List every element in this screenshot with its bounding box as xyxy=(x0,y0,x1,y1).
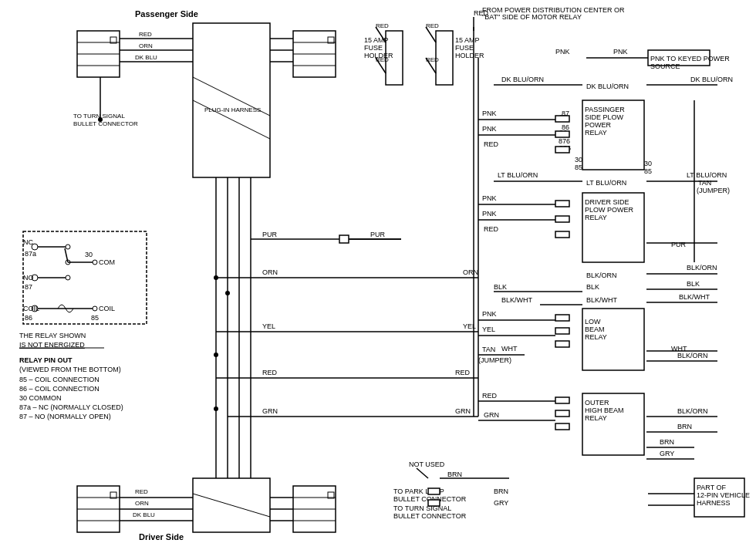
svg-text:RELAY: RELAY xyxy=(585,129,607,137)
svg-rect-252 xyxy=(555,423,569,430)
svg-text:RED: RED xyxy=(262,369,278,376)
svg-text:PNK: PNK xyxy=(482,110,497,117)
svg-text:THE RELAY SHOWN: THE RELAY SHOWN xyxy=(19,332,86,339)
svg-text:PNK: PNK xyxy=(613,48,628,56)
svg-text:87: 87 xyxy=(562,110,569,117)
svg-text:PNK: PNK xyxy=(482,210,497,218)
svg-text:BLK/WHT: BLK/WHT xyxy=(679,293,710,301)
svg-text:PUR: PUR xyxy=(370,231,386,238)
svg-text:30: 30 xyxy=(644,160,652,167)
svg-text:BLK/ORN: BLK/ORN xyxy=(586,272,617,279)
svg-text:PLOW POWER: PLOW POWER xyxy=(585,206,634,214)
svg-text:85: 85 xyxy=(575,164,582,171)
svg-rect-243 xyxy=(555,147,569,153)
svg-rect-248 xyxy=(555,328,569,334)
svg-text:PLUG-IN HARNESS: PLUG-IN HARNESS xyxy=(204,106,261,113)
svg-rect-242 xyxy=(555,131,569,137)
svg-text:PNK: PNK xyxy=(482,194,497,202)
svg-text:RED: RED xyxy=(426,56,439,63)
svg-text:GRY: GRY xyxy=(660,450,674,457)
svg-text:PNK: PNK xyxy=(482,310,497,318)
svg-text:FUSE: FUSE xyxy=(364,44,383,52)
svg-text:DK BLU: DK BLU xyxy=(135,54,157,61)
svg-text:ORN: ORN xyxy=(135,500,149,507)
wiring-diagram: text { font-family: Arial, sans-serif; f… xyxy=(0,0,756,560)
svg-text:NC: NC xyxy=(23,238,33,246)
svg-text:BEAM: BEAM xyxy=(585,326,605,333)
svg-text:30: 30 xyxy=(575,156,582,164)
svg-text:GRY: GRY xyxy=(494,499,508,507)
svg-text:87 – NO (NORMALLY OPEN): 87 – NO (NORMALLY OPEN) xyxy=(19,413,111,420)
svg-text:GRN: GRN xyxy=(455,407,471,415)
svg-rect-233 xyxy=(428,488,440,494)
svg-text:ORN: ORN xyxy=(463,268,478,276)
svg-text:COM: COM xyxy=(99,258,115,266)
svg-text:87: 87 xyxy=(25,283,32,291)
svg-text:85 – COIL CONNECTION: 85 – COIL CONNECTION xyxy=(19,376,100,383)
svg-text:COIL: COIL xyxy=(99,305,115,312)
svg-rect-249 xyxy=(555,341,569,347)
svg-text:"BAT" SIDE OF MOTOR RELAY: "BAT" SIDE OF MOTOR RELAY xyxy=(482,13,582,21)
svg-rect-246 xyxy=(555,231,569,238)
svg-point-14 xyxy=(98,117,103,122)
svg-text:BLK: BLK xyxy=(687,280,700,288)
svg-text:BLK: BLK xyxy=(494,283,507,291)
svg-text:RED: RED xyxy=(426,22,439,29)
svg-text:86: 86 xyxy=(562,123,569,131)
svg-rect-234 xyxy=(428,500,440,506)
svg-text:YEL: YEL xyxy=(482,326,495,333)
svg-text:ORN: ORN xyxy=(139,42,153,49)
svg-point-98 xyxy=(214,407,218,411)
svg-text:RELAY PIN  OUT: RELAY PIN OUT xyxy=(19,356,73,364)
svg-text:PART OF: PART OF xyxy=(697,484,727,491)
svg-text:HOLDER: HOLDER xyxy=(364,52,393,59)
svg-text:30: 30 xyxy=(85,251,93,258)
svg-line-44 xyxy=(426,27,436,42)
svg-text:ORN: ORN xyxy=(262,268,278,276)
svg-text:HARNESS: HARNESS xyxy=(697,499,731,507)
svg-text:LT BLU/ORN: LT BLU/ORN xyxy=(687,171,727,179)
svg-text:15 AMP: 15 AMP xyxy=(455,36,480,44)
svg-text:86 – COIL CONNECTION: 86 – COIL CONNECTION xyxy=(19,385,100,393)
svg-text:12-PIN VEHICLE: 12-PIN VEHICLE xyxy=(697,491,750,499)
svg-rect-251 xyxy=(555,410,569,417)
svg-text:RED: RED xyxy=(376,22,389,29)
svg-text:PNK: PNK xyxy=(555,48,570,56)
svg-text:TO TURN SIGNAL: TO TURN SIGNAL xyxy=(393,504,451,512)
svg-text:DK BLU/ORN: DK BLU/ORN xyxy=(501,76,544,83)
svg-text:OUTER: OUTER xyxy=(585,399,609,407)
svg-text:SOURCE: SOURCE xyxy=(650,62,680,70)
svg-text:NOT USED: NOT USED xyxy=(409,460,445,468)
svg-text:(JUMPER): (JUMPER) xyxy=(478,356,511,364)
driver-side-label: Driver Side xyxy=(139,532,184,541)
svg-text:15 AMP: 15 AMP xyxy=(364,36,389,44)
svg-text:TAN: TAN xyxy=(482,346,495,353)
svg-text:PUR: PUR xyxy=(262,231,278,238)
svg-text:GRN: GRN xyxy=(484,411,499,419)
svg-text:PUR: PUR xyxy=(671,241,687,248)
svg-text:LT BLU/ORN: LT BLU/ORN xyxy=(498,171,538,179)
svg-text:85: 85 xyxy=(91,314,99,322)
svg-text:RELAY: RELAY xyxy=(585,333,607,341)
svg-text:LT BLU/ORN: LT BLU/ORN xyxy=(586,179,626,187)
svg-text:BLK/WHT: BLK/WHT xyxy=(501,296,533,304)
svg-point-99 xyxy=(225,291,230,295)
svg-text:RED: RED xyxy=(482,392,498,400)
svg-text:HOLDER: HOLDER xyxy=(455,52,484,59)
svg-rect-247 xyxy=(555,315,569,321)
svg-text:DK BLU: DK BLU xyxy=(133,511,155,518)
svg-text:(JUMPER): (JUMPER) xyxy=(697,187,730,194)
svg-text:(VIEWED FROM THE BOTTOM): (VIEWED FROM THE BOTTOM) xyxy=(19,366,121,373)
svg-point-97 xyxy=(214,353,218,357)
svg-text:BLK: BLK xyxy=(586,283,599,291)
svg-text:BRN: BRN xyxy=(660,438,674,446)
svg-rect-244 xyxy=(555,201,569,207)
svg-text:PNK TO KEYED POWER: PNK TO KEYED POWER xyxy=(650,55,730,62)
svg-text:SIDE PLOW: SIDE PLOW xyxy=(585,113,624,121)
svg-text:PASSINGER: PASSINGER xyxy=(585,106,625,113)
svg-text:FUSE: FUSE xyxy=(455,44,474,52)
svg-text:85: 85 xyxy=(644,167,652,175)
svg-rect-102 xyxy=(339,235,349,243)
svg-text:GRN: GRN xyxy=(262,407,278,415)
svg-text:RED: RED xyxy=(484,140,499,148)
